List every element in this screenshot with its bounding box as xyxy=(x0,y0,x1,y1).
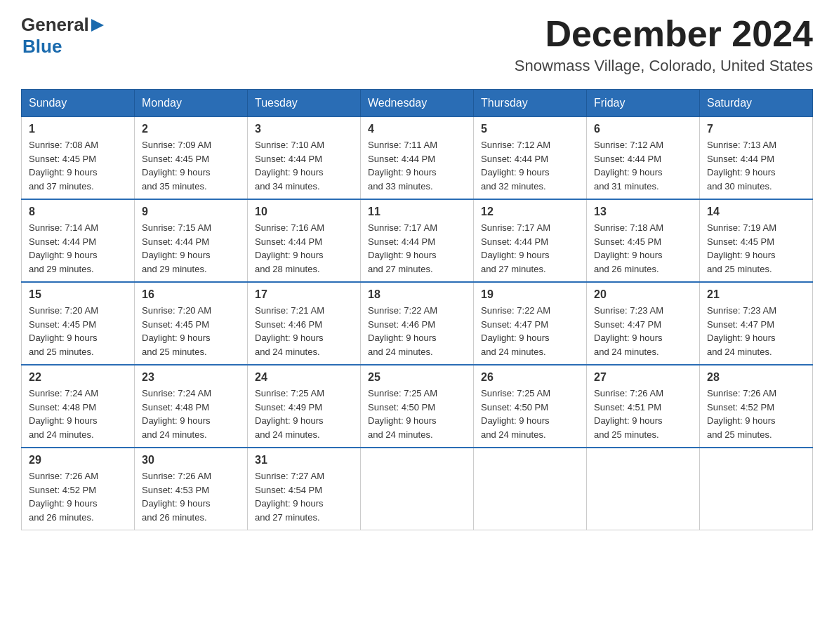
day-number: 9 xyxy=(142,206,240,218)
day-info: Sunrise: 7:25 AMSunset: 4:50 PMDaylight:… xyxy=(368,388,437,440)
day-info: Sunrise: 7:14 AMSunset: 4:44 PMDaylight:… xyxy=(29,222,98,274)
day-number: 14 xyxy=(707,206,805,218)
day-info: Sunrise: 7:17 AMSunset: 4:44 PMDaylight:… xyxy=(481,222,550,274)
calendar-cell: 21 Sunrise: 7:23 AMSunset: 4:47 PMDaylig… xyxy=(700,282,813,365)
calendar-cell: 16 Sunrise: 7:20 AMSunset: 4:45 PMDaylig… xyxy=(135,282,248,365)
day-info: Sunrise: 7:15 AMSunset: 4:44 PMDaylight:… xyxy=(142,222,211,274)
day-info: Sunrise: 7:12 AMSunset: 4:44 PMDaylight:… xyxy=(594,140,663,192)
calendar-cell: 6 Sunrise: 7:12 AMSunset: 4:44 PMDayligh… xyxy=(587,117,700,200)
calendar-cell: 11 Sunrise: 7:17 AMSunset: 4:44 PMDaylig… xyxy=(361,199,474,282)
calendar-cell: 15 Sunrise: 7:20 AMSunset: 4:45 PMDaylig… xyxy=(22,282,135,365)
day-number: 6 xyxy=(594,123,692,135)
calendar-cell: 17 Sunrise: 7:21 AMSunset: 4:46 PMDaylig… xyxy=(248,282,361,365)
day-info: Sunrise: 7:27 AMSunset: 4:54 PMDaylight:… xyxy=(255,471,324,523)
day-number: 8 xyxy=(29,206,127,218)
logo-blue: Blue xyxy=(22,36,104,58)
day-info: Sunrise: 7:20 AMSunset: 4:45 PMDaylight:… xyxy=(142,305,211,357)
calendar-cell: 8 Sunrise: 7:14 AMSunset: 4:44 PMDayligh… xyxy=(22,199,135,282)
calendar-cell: 9 Sunrise: 7:15 AMSunset: 4:44 PMDayligh… xyxy=(135,199,248,282)
day-info: Sunrise: 7:10 AMSunset: 4:44 PMDaylight:… xyxy=(255,140,324,192)
day-number: 1 xyxy=(29,123,127,135)
day-info: Sunrise: 7:19 AMSunset: 4:45 PMDaylight:… xyxy=(707,222,776,274)
calendar-cell: 28 Sunrise: 7:26 AMSunset: 4:52 PMDaylig… xyxy=(700,365,813,448)
calendar-cell xyxy=(474,448,587,530)
day-header-tuesday: Tuesday xyxy=(248,90,361,117)
day-number: 22 xyxy=(29,371,127,384)
day-header-monday: Monday xyxy=(135,90,248,117)
day-info: Sunrise: 7:09 AMSunset: 4:45 PMDaylight:… xyxy=(142,140,211,192)
svg-marker-0 xyxy=(91,19,104,32)
day-number: 29 xyxy=(29,454,127,467)
day-number: 23 xyxy=(142,371,240,384)
logo: General Blue xyxy=(21,14,104,58)
calendar-cell: 7 Sunrise: 7:13 AMSunset: 4:44 PMDayligh… xyxy=(700,117,813,200)
calendar-cell: 31 Sunrise: 7:27 AMSunset: 4:54 PMDaylig… xyxy=(248,448,361,530)
day-number: 2 xyxy=(142,123,240,135)
day-info: Sunrise: 7:22 AMSunset: 4:46 PMDaylight:… xyxy=(368,305,437,357)
day-number: 26 xyxy=(481,371,579,384)
day-number: 17 xyxy=(255,288,353,301)
calendar-cell: 23 Sunrise: 7:24 AMSunset: 4:48 PMDaylig… xyxy=(135,365,248,448)
calendar-cell xyxy=(361,448,474,530)
calendar-cell: 25 Sunrise: 7:25 AMSunset: 4:50 PMDaylig… xyxy=(361,365,474,448)
day-info: Sunrise: 7:25 AMSunset: 4:50 PMDaylight:… xyxy=(481,388,550,440)
logo-general: General xyxy=(21,14,89,36)
calendar-cell: 3 Sunrise: 7:10 AMSunset: 4:44 PMDayligh… xyxy=(248,117,361,200)
calendar-cell: 19 Sunrise: 7:22 AMSunset: 4:47 PMDaylig… xyxy=(474,282,587,365)
day-info: Sunrise: 7:20 AMSunset: 4:45 PMDaylight:… xyxy=(29,305,98,357)
calendar-cell: 2 Sunrise: 7:09 AMSunset: 4:45 PMDayligh… xyxy=(135,117,248,200)
day-info: Sunrise: 7:26 AMSunset: 4:52 PMDaylight:… xyxy=(707,388,776,440)
calendar-cell: 10 Sunrise: 7:16 AMSunset: 4:44 PMDaylig… xyxy=(248,199,361,282)
calendar-cell: 20 Sunrise: 7:23 AMSunset: 4:47 PMDaylig… xyxy=(587,282,700,365)
day-info: Sunrise: 7:16 AMSunset: 4:44 PMDaylight:… xyxy=(255,222,324,274)
calendar-week-row: 22 Sunrise: 7:24 AMSunset: 4:48 PMDaylig… xyxy=(22,365,813,448)
main-title: December 2024 xyxy=(515,14,813,54)
day-info: Sunrise: 7:23 AMSunset: 4:47 PMDaylight:… xyxy=(594,305,663,357)
calendar-header-row: SundayMondayTuesdayWednesdayThursdayFrid… xyxy=(22,90,813,117)
calendar-cell xyxy=(700,448,813,530)
day-number: 19 xyxy=(481,288,579,301)
calendar-cell: 12 Sunrise: 7:17 AMSunset: 4:44 PMDaylig… xyxy=(474,199,587,282)
calendar-cell: 4 Sunrise: 7:11 AMSunset: 4:44 PMDayligh… xyxy=(361,117,474,200)
calendar-week-row: 8 Sunrise: 7:14 AMSunset: 4:44 PMDayligh… xyxy=(22,199,813,282)
day-number: 12 xyxy=(481,206,579,218)
day-info: Sunrise: 7:18 AMSunset: 4:45 PMDaylight:… xyxy=(594,222,663,274)
day-header-sunday: Sunday xyxy=(22,90,135,117)
day-number: 5 xyxy=(481,123,579,135)
day-info: Sunrise: 7:23 AMSunset: 4:47 PMDaylight:… xyxy=(707,305,776,357)
header: General Blue December 2024 Snowmass Vill… xyxy=(21,14,813,75)
day-number: 15 xyxy=(29,288,127,301)
day-number: 31 xyxy=(255,454,353,467)
day-info: Sunrise: 7:13 AMSunset: 4:44 PMDaylight:… xyxy=(707,140,776,192)
day-number: 16 xyxy=(142,288,240,301)
day-info: Sunrise: 7:26 AMSunset: 4:53 PMDaylight:… xyxy=(142,471,211,523)
calendar-week-row: 29 Sunrise: 7:26 AMSunset: 4:52 PMDaylig… xyxy=(22,448,813,530)
day-info: Sunrise: 7:26 AMSunset: 4:52 PMDaylight:… xyxy=(29,471,98,523)
day-info: Sunrise: 7:22 AMSunset: 4:47 PMDaylight:… xyxy=(481,305,550,357)
calendar-cell: 29 Sunrise: 7:26 AMSunset: 4:52 PMDaylig… xyxy=(22,448,135,530)
calendar-cell xyxy=(587,448,700,530)
day-header-friday: Friday xyxy=(587,90,700,117)
subtitle: Snowmass Village, Colorado, United State… xyxy=(515,57,813,75)
day-header-saturday: Saturday xyxy=(700,90,813,117)
logo-flag-icon xyxy=(91,19,104,32)
day-info: Sunrise: 7:24 AMSunset: 4:48 PMDaylight:… xyxy=(142,388,211,440)
calendar-cell: 5 Sunrise: 7:12 AMSunset: 4:44 PMDayligh… xyxy=(474,117,587,200)
title-area: December 2024 Snowmass Village, Colorado… xyxy=(515,14,813,75)
calendar-cell: 30 Sunrise: 7:26 AMSunset: 4:53 PMDaylig… xyxy=(135,448,248,530)
day-number: 20 xyxy=(594,288,692,301)
calendar-cell: 13 Sunrise: 7:18 AMSunset: 4:45 PMDaylig… xyxy=(587,199,700,282)
calendar-cell: 1 Sunrise: 7:08 AMSunset: 4:45 PMDayligh… xyxy=(22,117,135,200)
calendar-cell: 22 Sunrise: 7:24 AMSunset: 4:48 PMDaylig… xyxy=(22,365,135,448)
calendar-week-row: 15 Sunrise: 7:20 AMSunset: 4:45 PMDaylig… xyxy=(22,282,813,365)
calendar-cell: 24 Sunrise: 7:25 AMSunset: 4:49 PMDaylig… xyxy=(248,365,361,448)
calendar-cell: 18 Sunrise: 7:22 AMSunset: 4:46 PMDaylig… xyxy=(361,282,474,365)
calendar-cell: 27 Sunrise: 7:26 AMSunset: 4:51 PMDaylig… xyxy=(587,365,700,448)
day-info: Sunrise: 7:12 AMSunset: 4:44 PMDaylight:… xyxy=(481,140,550,192)
day-info: Sunrise: 7:21 AMSunset: 4:46 PMDaylight:… xyxy=(255,305,324,357)
day-number: 10 xyxy=(255,206,353,218)
day-info: Sunrise: 7:24 AMSunset: 4:48 PMDaylight:… xyxy=(29,388,98,440)
day-info: Sunrise: 7:26 AMSunset: 4:51 PMDaylight:… xyxy=(594,388,663,440)
day-info: Sunrise: 7:25 AMSunset: 4:49 PMDaylight:… xyxy=(255,388,324,440)
calendar-table: SundayMondayTuesdayWednesdayThursdayFrid… xyxy=(21,89,813,530)
